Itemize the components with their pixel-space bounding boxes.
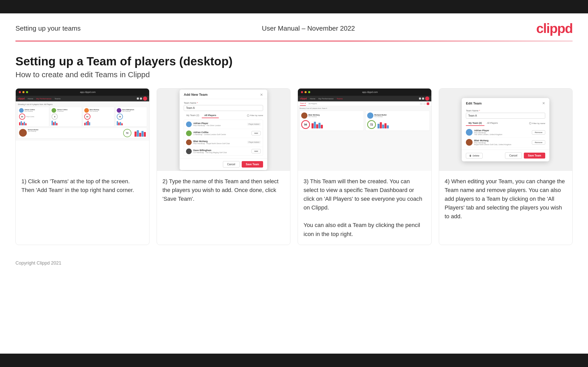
top-bar bbox=[0, 0, 588, 13]
edit-dialog-header: Edit Team ✕ bbox=[462, 98, 549, 107]
card-2-screenshot: Add New Team ✕ Team Name * My Team (2) A… bbox=[157, 89, 290, 171]
dp3-info: Blair McHarg Plus Handicap · Royal North… bbox=[193, 140, 245, 144]
team-name-input[interactable] bbox=[184, 105, 263, 111]
nav-home: Home bbox=[28, 98, 33, 100]
ep1-remove-btn[interactable]: Remove bbox=[532, 130, 545, 135]
save-team-button[interactable]: Save Team bbox=[242, 161, 263, 168]
dash3-p2-circle: 72 bbox=[367, 120, 376, 129]
delete-label: Delete bbox=[473, 154, 479, 157]
ep1-sub: Plus Handicap bbox=[474, 132, 530, 134]
mini-p4-bar3 bbox=[120, 122, 121, 125]
dash3-subnav-actions bbox=[420, 102, 429, 105]
ep2-remove-btn[interactable]: Remove bbox=[532, 140, 545, 145]
mini-player-1: Adrian Collins Plus Handicap 84 Player Q… bbox=[18, 107, 49, 127]
mini-p3-bar1 bbox=[84, 123, 86, 125]
mini-p4-bar4 bbox=[121, 123, 123, 125]
edit-team-name-input[interactable] bbox=[466, 113, 545, 119]
ep1-info: Adrian Player Plus Handicap The Shire Lo… bbox=[474, 129, 530, 135]
dash1-nav: clippd Home My Performance Teams bbox=[16, 96, 149, 101]
dash3-players-row: Blair McHarg Plus Handicap 94 bbox=[299, 111, 430, 131]
mini-p4-bars bbox=[117, 120, 146, 125]
nav-icon2 bbox=[140, 98, 142, 100]
ep2-avatar bbox=[466, 139, 473, 146]
dash3-p2-name: Richard Butler bbox=[374, 114, 387, 116]
mini-p3-bar3 bbox=[87, 121, 89, 125]
ep1-location: The Shire London, United Kingdom bbox=[474, 134, 530, 135]
dialog-tabs: My Team (2) All Players Filter by name bbox=[184, 113, 263, 118]
team-name-label: Team Name * bbox=[184, 102, 263, 104]
dp3-sub: Plus Handicap · Royal North Devon Golf C… bbox=[193, 143, 245, 144]
edit-team-dialog-box: Edit Team ✕ Team Name * My Team (2) All … bbox=[462, 98, 549, 161]
cards-row: app.clippd.com clippd Home My Performanc… bbox=[0, 88, 588, 245]
dash3-logo: clippd bbox=[300, 97, 307, 100]
dialog-title: Add New Team bbox=[184, 93, 207, 97]
mini-player-5: Richard Butler Plus Handicap 72 bbox=[18, 128, 147, 138]
dp4-add-btn[interactable]: Add bbox=[251, 149, 261, 153]
dash3-dot1 bbox=[301, 91, 303, 93]
dp2-info: Adrian Coliba 1 Handicap · Central Londo… bbox=[193, 131, 250, 135]
card-2-text: 2) Type the name of this Team and then s… bbox=[157, 171, 290, 245]
nav-right bbox=[137, 97, 147, 101]
browser-dot bbox=[19, 91, 21, 93]
mini-p4-info: Dave Billingham Plus Handicap bbox=[122, 109, 134, 112]
tab-all-players[interactable]: All Players bbox=[202, 113, 219, 118]
mini-p2-sub: 0 Handicap bbox=[57, 110, 68, 112]
mini-p4-handicap: 78 bbox=[117, 113, 146, 120]
dash3-pencil-icon[interactable] bbox=[427, 102, 429, 105]
tab-my-team[interactable]: My Team (2) bbox=[184, 113, 202, 118]
dp4-info: Dave Billingham 3.5 Handicap · The Dog M… bbox=[193, 149, 250, 153]
dash1-content: Showing 4 out of 4 players from: All Pla… bbox=[16, 101, 149, 141]
edit-dialog-close-icon[interactable]: ✕ bbox=[542, 101, 545, 105]
dash3-my-perf: My Performance bbox=[318, 98, 334, 100]
dialog-player-1: Adrian Player Plus Handicap · The Shire … bbox=[184, 120, 263, 129]
cancel-button[interactable]: Cancel bbox=[223, 161, 240, 168]
mini-p1-bar2 bbox=[21, 121, 22, 125]
edit-cancel-button[interactable]: Cancel bbox=[505, 152, 522, 159]
mini-p5-bar3 bbox=[139, 133, 141, 137]
dash1-players-grid: Adrian Collins Plus Handicap 84 Player Q… bbox=[18, 107, 147, 138]
edit-tab-my-team[interactable]: My Team (2) bbox=[466, 121, 484, 126]
card-1-text: 1) Click on 'Teams' at the top of the sc… bbox=[16, 171, 149, 245]
page-title: Setting up a Team of players (desktop) bbox=[15, 54, 573, 68]
dash3-p1-b4 bbox=[318, 123, 321, 128]
mini-p5-bar1 bbox=[135, 132, 137, 137]
dash3-p2-score-row: 72 bbox=[367, 120, 428, 129]
mini-p3-header: Blair McHarg Plus Handicap bbox=[84, 108, 113, 113]
mini-p2-header: Adrian Collins 0 Handicap bbox=[52, 108, 80, 113]
mini-p1-bar1 bbox=[19, 122, 20, 125]
edit-tab-all-players[interactable]: All Players bbox=[484, 121, 501, 126]
dialog-close-icon[interactable]: ✕ bbox=[260, 93, 263, 97]
edit-filter-checkbox[interactable] bbox=[529, 122, 531, 124]
delete-button[interactable]: 🗑 Delete bbox=[466, 153, 483, 159]
mini-p5-sub: Plus Handicap bbox=[28, 130, 122, 132]
mini-p1-bar5 bbox=[25, 123, 27, 125]
dash1-filter: Showing 4 out of 4 players from: All Pla… bbox=[18, 103, 147, 105]
dp1-avatar bbox=[186, 121, 192, 127]
dash3-action1 bbox=[420, 102, 423, 105]
edit-save-team-button[interactable]: Save Team bbox=[524, 153, 545, 159]
dp4-avatar bbox=[186, 148, 192, 154]
mini-p2-bars bbox=[52, 120, 80, 125]
ep2-name: Blair McHarg bbox=[474, 139, 530, 142]
dp2-add-btn[interactable]: Add bbox=[251, 131, 261, 135]
card-1: app.clippd.com clippd Home My Performanc… bbox=[15, 88, 149, 245]
dash3-p2-b1 bbox=[377, 124, 380, 128]
mini-p5-score: 72 bbox=[123, 129, 131, 137]
filter-checkbox[interactable] bbox=[247, 115, 249, 117]
card-3: app.clippd.com clippd Home My Performanc… bbox=[298, 88, 432, 245]
edit-team-name-label: Team Name * bbox=[466, 109, 545, 112]
mini-p3-sub: Plus Handicap bbox=[90, 110, 99, 112]
dash3-filter-text: Showing 2 out of 2 players from: Team A bbox=[299, 108, 430, 109]
browser-dot3 bbox=[26, 91, 28, 93]
card-4: Edit Team ✕ Team Name * My Team (2) All … bbox=[439, 88, 573, 245]
edit-dialog-title: Edit Team bbox=[466, 101, 482, 105]
edit-required: * bbox=[479, 109, 480, 112]
dash3-nav-right bbox=[419, 97, 429, 101]
dp3-status: Player Added bbox=[247, 141, 261, 144]
dash3-icon2 bbox=[422, 98, 424, 100]
dash3-p1-header: Blair McHarg Plus Handicap bbox=[301, 112, 362, 119]
dash3-topbar: app.clippd.com bbox=[298, 89, 431, 96]
page-subtitle: How to create and edit Teams in Clippd bbox=[15, 70, 573, 79]
ep1-name: Adrian Player bbox=[474, 129, 530, 132]
dash3-p2-b4 bbox=[384, 123, 387, 128]
